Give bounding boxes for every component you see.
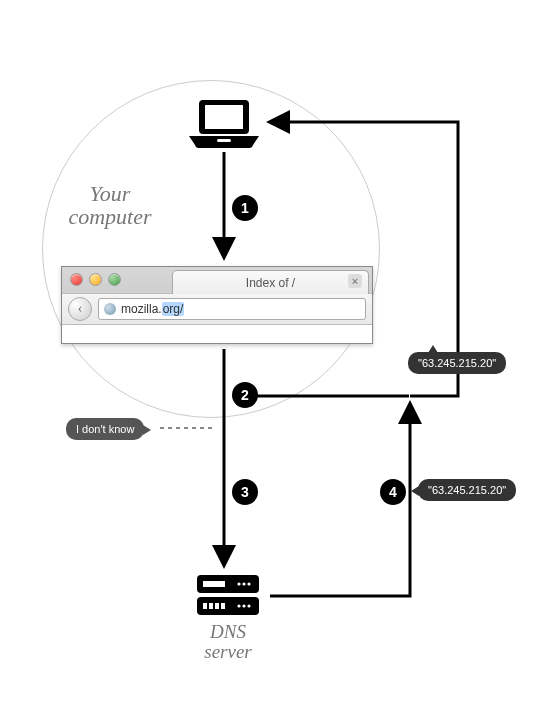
step-2: 2 (232, 382, 258, 408)
bubble-dont-know: I don't know (66, 418, 144, 440)
step-4: 4 (380, 479, 406, 505)
dns-lookup-diagram: Your computer Index of / × ‹ mozilla.org (0, 0, 544, 702)
step-1: 1 (232, 195, 258, 221)
bubble-ip-top: "63.245.215.20" (408, 352, 506, 374)
arrows (0, 0, 544, 702)
step-3: 3 (232, 479, 258, 505)
bubble-ip-bottom: "63.245.215.20" (418, 479, 516, 501)
